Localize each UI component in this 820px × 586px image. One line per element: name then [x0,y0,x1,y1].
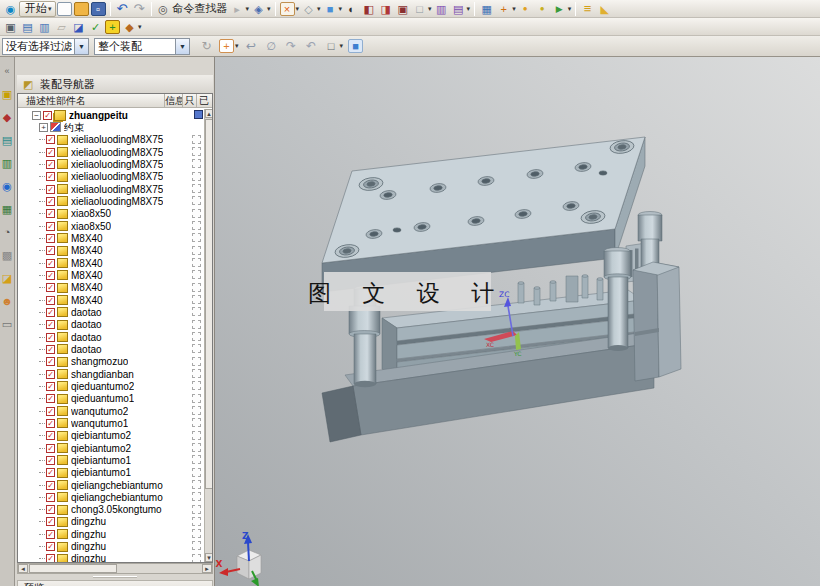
component-checkbox[interactable]: ✓ [46,419,55,428]
return-icon[interactable]: ↩ [243,38,260,54]
chevron-down-icon[interactable]: ▾ [138,23,142,31]
chevron-down-icon[interactable]: ▼ [175,39,189,54]
readonly-checkbox[interactable] [192,369,201,378]
component-checkbox[interactable]: ✓ [46,259,55,268]
tree-row[interactable]: ✓daotao [18,343,204,355]
frame-view-icon[interactable]: ▣ [394,1,411,17]
vertical-scrollbar-thumb[interactable] [205,119,213,489]
tree-row[interactable]: ✓M8X40 [18,232,204,244]
tree-row[interactable]: ✓qieduantumo1 [18,393,204,405]
component-checkbox[interactable]: ✓ [46,172,55,181]
chevron-down-icon[interactable]: ▾ [246,5,250,13]
readonly-checkbox[interactable] [192,505,201,514]
display-mode-icon[interactable]: ◐ [343,1,360,17]
readonly-checkbox[interactable] [192,394,201,403]
readonly-checkbox[interactable] [192,307,201,316]
new-file-icon[interactable] [56,1,73,17]
add-component-icon[interactable]: ◪ [70,19,87,35]
readonly-checkbox[interactable] [192,455,201,464]
component-checkbox[interactable]: ✓ [46,530,55,539]
tree-row[interactable]: −✓zhuangpeitu [18,109,204,121]
chevron-down-icon[interactable]: ▾ [467,5,471,13]
chevron-down-icon[interactable]: ▾ [48,5,52,13]
tree-row[interactable]: ✓qieliangchebiantumo [18,491,204,503]
tree-row[interactable]: ✓qiebiantumo1 [18,454,204,466]
marquee-select-icon[interactable]: □▾ [323,38,345,54]
grayed-sheet-icon[interactable]: ▱ [53,19,70,35]
readonly-checkbox[interactable] [192,172,201,181]
tree-row[interactable]: ✓chong3.05kongtumo [18,504,204,516]
component-checkbox[interactable]: ✓ [46,456,55,465]
readonly-checkbox[interactable] [192,443,201,452]
touchpad-icon[interactable]: ▭ [1,317,14,330]
component-checkbox[interactable]: ✓ [46,382,55,391]
create-new-icon[interactable]: +▾ [218,38,240,54]
tree-row[interactable]: ✓dingzhu [18,516,204,528]
clip-section-icon[interactable]: ◨ [377,1,394,17]
update-icon[interactable]: ↻ [198,38,215,54]
component-checkbox[interactable]: ✓ [46,222,55,231]
datum-csys-icon[interactable]: +▾ [495,1,517,17]
play-icon[interactable]: ▶▾ [551,1,573,17]
web-browser-icon[interactable]: ◉ [1,179,14,192]
tree-row[interactable]: ✓M8X40 [18,245,204,257]
component-checkbox[interactable]: ✓ [43,111,52,120]
tree-row[interactable]: ✓wanqutumo2 [18,405,204,417]
key-icon[interactable]: ● [517,1,534,17]
redo-icon[interactable]: ↷ [131,1,148,17]
wave-geometry-icon[interactable]: ◆▾ [121,19,143,35]
nx-logo-icon[interactable]: ◉ [2,1,19,17]
shaded-cube-icon[interactable]: ■▾ [322,1,344,17]
tree-row[interactable]: ✓shangmozuo [18,356,204,368]
enter-sketch-icon[interactable]: ▥ [433,1,450,17]
tree-row[interactable]: ✓M8X40 [18,269,204,281]
tree-row[interactable]: ✓shangdianban [18,368,204,380]
column-read-only[interactable]: 只 [183,94,197,108]
tree-row[interactable]: ✓M8X40 [18,282,204,294]
tree-row[interactable]: ✓daotao [18,331,204,343]
column-modified[interactable]: 已 [197,94,209,108]
tree-row[interactable]: ✓dingzhu [18,540,204,552]
readonly-checkbox[interactable] [192,233,201,242]
readonly-checkbox[interactable] [192,295,201,304]
tree-row[interactable]: ✓qieduantumo2 [18,380,204,392]
readonly-checkbox[interactable] [192,492,201,501]
readonly-checkbox[interactable] [192,468,201,477]
chevron-down-icon[interactable]: ▾ [568,5,572,13]
search-scope-combo[interactable]: 整个装配 ▼ [94,38,190,55]
component-checkbox[interactable]: ✓ [46,505,55,514]
undo-icon[interactable]: ↶ [114,1,131,17]
tree-row[interactable]: ✓dingzhu [18,528,204,540]
start-button[interactable]: 开始▾ [19,1,56,17]
column-descriptive-part-name[interactable]: 描述性部件名 [18,94,165,108]
tree-row[interactable]: ✓qiebiantumo2 [18,442,204,454]
touch-mode-icon[interactable]: ◈▾ [250,1,272,17]
component-checkbox[interactable]: ✓ [46,283,55,292]
tree-row[interactable]: ✓daotao [18,306,204,318]
scroll-right-icon[interactable]: ► [202,564,212,573]
tree-row[interactable]: ✓xiao8x50 [18,208,204,220]
visual-reports-icon[interactable]: ◪ [1,271,14,284]
component-checkbox[interactable]: ✓ [46,345,55,354]
chevron-down-icon[interactable]: ▾ [340,42,344,50]
chevron-down-icon[interactable]: ▾ [235,42,239,50]
lock-icon[interactable]: ● [534,1,551,17]
expander-icon[interactable]: − [32,111,41,120]
tree-row[interactable]: ✓daotao [18,319,204,331]
readonly-checkbox[interactable] [192,357,201,366]
tree-row[interactable]: ✓xieliaoluodingM8X75 [18,183,204,195]
component-checkbox[interactable]: ✓ [46,431,55,440]
component-checkbox[interactable]: ✓ [46,209,55,218]
readonly-checkbox[interactable] [192,246,201,255]
tree-row[interactable]: ✓dingzhu [18,553,204,562]
save-icon[interactable]: ▫ [90,1,107,17]
tree-row[interactable]: ✓xiao8x50 [18,220,204,232]
tree-row[interactable]: ✓xieliaoluodingM8X75 [18,158,204,170]
tree-row[interactable]: +约束 [18,121,204,133]
readonly-checkbox[interactable] [192,480,201,489]
spreadsheet-icon[interactable]: ▦ [478,1,495,17]
readonly-checkbox[interactable] [192,184,201,193]
expander-icon[interactable]: + [39,123,48,132]
readonly-checkbox[interactable] [192,320,201,329]
readonly-checkbox[interactable] [192,221,201,230]
